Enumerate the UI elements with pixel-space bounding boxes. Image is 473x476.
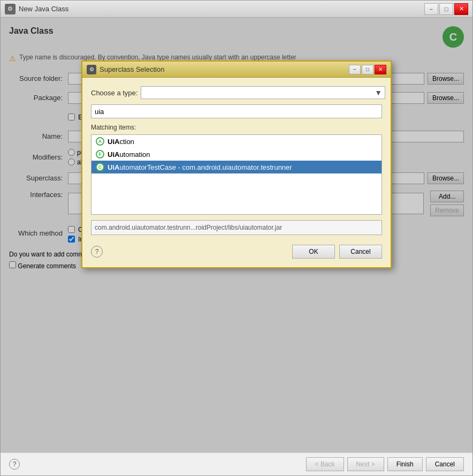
list-item[interactable]: F UiAutomation	[91, 148, 382, 161]
qualifier-box: com.android.uiautomator.testrunn...roidP…	[91, 220, 382, 235]
superclass-dialog: ⚙ Superclass Selection − □ ✕ Choose a ty…	[81, 61, 392, 268]
minimize-button[interactable]: −	[424, 3, 438, 15]
dialog-maximize-button[interactable]: □	[362, 65, 373, 74]
dialog-footer: ? OK Cancel	[91, 243, 382, 259]
bottom-left: ?	[9, 459, 20, 470]
close-button[interactable]: ✕	[454, 3, 468, 15]
title-bar: ⚙ New Java Class − □ ✕	[1, 1, 472, 18]
finish-button[interactable]: Finish	[387, 457, 423, 471]
bottom-buttons: < Back Next > Finish Cancel	[306, 457, 464, 471]
maximize-button[interactable]: □	[439, 3, 453, 15]
dialog-close-button[interactable]: ✕	[375, 65, 386, 74]
dialog-minimize-button[interactable]: −	[349, 65, 361, 74]
app-icon: ⚙	[5, 4, 16, 14]
item-label-2: UiAutomation	[108, 150, 150, 158]
item-label-1: UiAction	[108, 138, 134, 146]
qualifier-text: com.android.uiautomator.testrunn...roidP…	[95, 224, 282, 231]
dialog-title: Superclass Selection	[100, 65, 164, 73]
modal-overlay: ⚙ Superclass Selection − □ ✕ Choose a ty…	[1, 18, 472, 452]
item-icon-2: F	[96, 150, 104, 158]
matching-items-label: Matching items:	[91, 124, 382, 131]
type-search-input[interactable]	[91, 104, 382, 118]
title-bar-controls: − □ ✕	[424, 3, 468, 15]
dialog-body: Choose a type: ▼ Matching items:	[82, 78, 391, 267]
choose-type-row: Choose a type: ▼	[91, 86, 382, 99]
item-label-3: UiAutomatorTestCase - com.android.uiauto…	[108, 163, 292, 171]
dialog-action-buttons: OK Cancel	[292, 245, 382, 259]
choose-type-label: Choose a type:	[91, 89, 138, 97]
item-icon-1: A	[96, 137, 104, 146]
choose-type-select[interactable]	[141, 86, 385, 99]
window-title: New Java Class	[19, 5, 68, 13]
list-item[interactable]: C UiAutomatorTestCase - com.android.uiau…	[91, 161, 382, 173]
choose-type-container: ▼	[141, 86, 382, 99]
title-bar-left: ⚙ New Java Class	[5, 4, 68, 14]
dialog-controls: − □ ✕	[349, 65, 386, 74]
cancel-button[interactable]: Cancel	[426, 457, 464, 471]
back-button[interactable]: < Back	[306, 457, 344, 471]
item-icon-3: C	[96, 163, 104, 171]
dialog-title-left: ⚙ Superclass Selection	[87, 65, 164, 74]
help-icon[interactable]: ?	[9, 459, 20, 470]
next-button[interactable]: Next >	[347, 457, 384, 471]
dialog-ok-button[interactable]: OK	[292, 245, 335, 259]
matching-list: A UiAction F UiAutomation C UiAutomatorT…	[91, 134, 382, 215]
dialog-icon: ⚙	[87, 65, 96, 74]
dialog-help-icon[interactable]: ?	[91, 246, 103, 258]
main-content: Java Class C ⚠ Type name is discouraged.…	[1, 18, 472, 452]
main-window: ⚙ New Java Class − □ ✕ Java Class C ⚠ Ty…	[0, 0, 473, 476]
dialog-cancel-button[interactable]: Cancel	[339, 245, 382, 259]
dialog-title-bar: ⚙ Superclass Selection − □ ✕	[82, 62, 391, 78]
list-item[interactable]: A UiAction	[91, 135, 382, 148]
bottom-bar: ? < Back Next > Finish Cancel	[1, 452, 472, 475]
